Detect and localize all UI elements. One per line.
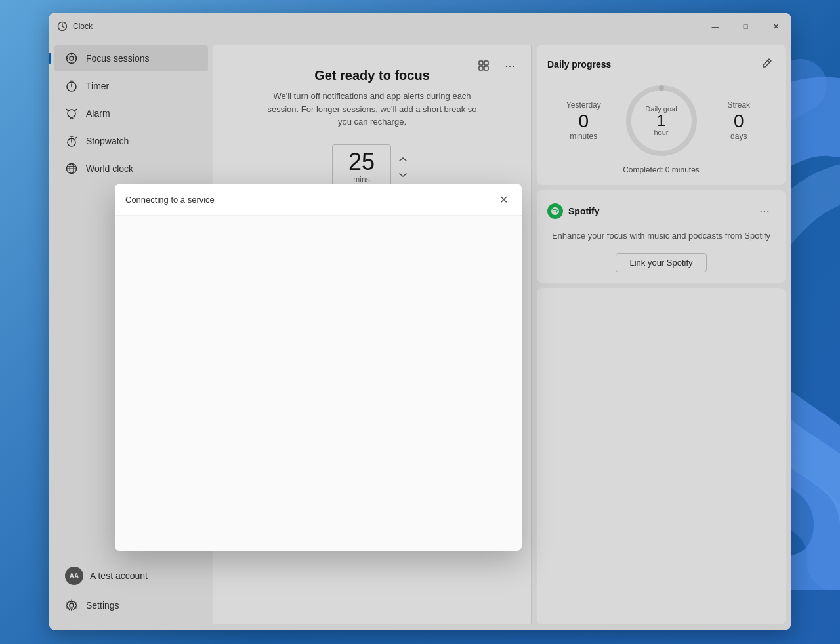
- dialog-title: Connecting to a service: [125, 195, 215, 205]
- app-window: Clock — □ ✕ Focus s: [49, 13, 791, 630]
- dialog-titlebar: Connecting to a service ✕: [115, 184, 522, 216]
- dialog-overlay: Connecting to a service ✕: [49, 13, 791, 630]
- dialog-body: [115, 216, 522, 551]
- connecting-dialog: Connecting to a service ✕: [115, 184, 522, 551]
- dialog-close-button[interactable]: ✕: [495, 191, 511, 207]
